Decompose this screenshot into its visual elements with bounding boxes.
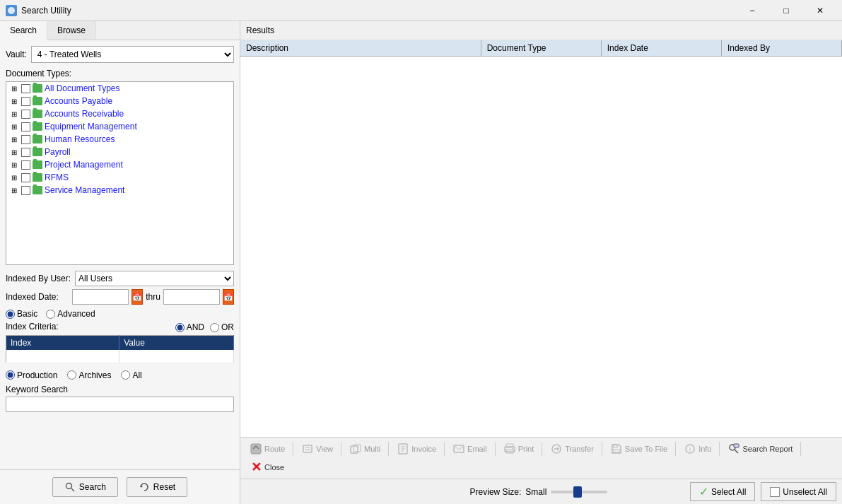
- results-table-container[interactable]: Description Document Type Index Date Ind…: [240, 40, 842, 437]
- col-indexed-by[interactable]: Indexed By: [721, 40, 841, 57]
- sep10: [800, 442, 801, 456]
- minimize-button[interactable]: −: [736, 3, 768, 18]
- col-description[interactable]: Description: [240, 40, 481, 57]
- indexed-by-select[interactable]: All Users: [75, 271, 234, 286]
- checkbox-sm[interactable]: [21, 186, 30, 195]
- and-radio[interactable]: [175, 323, 185, 332]
- folder-ar-icon: [33, 110, 42, 118]
- transfer-button[interactable]: Transfer: [545, 440, 599, 457]
- indexed-date-row: Indexed Date: 📅 thru 📅: [6, 289, 234, 305]
- tree-item-hr[interactable]: ⊞ Human Resources: [6, 133, 233, 146]
- reset-button[interactable]: Reset: [127, 477, 187, 497]
- or-radio[interactable]: [210, 323, 219, 332]
- svg-point-0: [8, 7, 15, 14]
- tree-item-ap[interactable]: ⊞ Accounts Payable: [6, 95, 233, 107]
- thru-label: thru: [146, 292, 160, 302]
- advanced-radio-label[interactable]: Advanced: [46, 309, 95, 319]
- print-button[interactable]: Print: [498, 440, 539, 457]
- expand-rfms-icon[interactable]: ⊞: [9, 172, 19, 182]
- sep6: [542, 442, 542, 456]
- tab-browse[interactable]: Browse: [47, 21, 96, 40]
- preview-size-label: Preview Size:: [470, 487, 522, 497]
- toolbar-strip: Route View Multi Invoice: [240, 437, 842, 479]
- date-from-input[interactable]: [72, 289, 129, 305]
- tree-item-payroll[interactable]: ⊞ Payroll: [6, 146, 233, 158]
- info-icon: i: [684, 443, 696, 455]
- title-bar: Search Utility − □ ✕: [0, 0, 842, 21]
- archives-radio-label[interactable]: Archives: [67, 370, 111, 380]
- unselect-all-button[interactable]: Unselect All: [761, 482, 836, 501]
- date-to-input[interactable]: [163, 289, 220, 305]
- expand-sm-icon[interactable]: ⊞: [9, 185, 19, 195]
- maximize-button[interactable]: □: [770, 3, 802, 18]
- col-index-date[interactable]: Index Date: [601, 40, 721, 57]
- basic-radio[interactable]: [6, 310, 15, 319]
- folder-ap-icon: [33, 97, 42, 105]
- window-controls: − □ ✕: [736, 3, 836, 18]
- checkbox-ap[interactable]: [21, 97, 30, 106]
- info-button[interactable]: i Info: [679, 440, 716, 457]
- panel-content: Vault: 4 - Treated Wells Document Types:…: [0, 40, 240, 469]
- folder-sm-icon: [33, 186, 42, 194]
- tree-item-em[interactable]: ⊞ Equipment Management: [6, 120, 233, 133]
- expand-ar-icon[interactable]: ⊞: [9, 109, 19, 119]
- route-icon: [250, 443, 262, 455]
- checkbox-payroll[interactable]: [21, 148, 30, 157]
- cal-from-button[interactable]: 📅: [131, 289, 143, 305]
- tree-item-rfms[interactable]: ⊞ RFMS: [6, 171, 233, 184]
- archives-radio[interactable]: [67, 370, 76, 380]
- advanced-radio[interactable]: [46, 310, 55, 319]
- checkbox-em[interactable]: [21, 122, 30, 131]
- window-close-button[interactable]: ✕: [804, 3, 836, 18]
- svg-line-2: [71, 488, 74, 491]
- folder-hr-icon: [33, 135, 42, 143]
- search-report-button[interactable]: Search Report: [723, 440, 797, 457]
- tab-search[interactable]: Search: [0, 21, 47, 40]
- and-radio-label[interactable]: AND: [175, 322, 204, 332]
- expand-payroll-icon[interactable]: ⊞: [9, 147, 19, 157]
- checkbox-pm[interactable]: [21, 160, 30, 170]
- col-document-type[interactable]: Document Type: [481, 40, 601, 57]
- tree-item-all[interactable]: ⊞ All Document Types: [6, 82, 233, 95]
- checkbox-all[interactable]: [21, 84, 30, 93]
- save-to-file-button[interactable]: Save To File: [605, 440, 672, 457]
- or-radio-label[interactable]: OR: [210, 322, 234, 332]
- invoice-button[interactable]: Invoice: [392, 440, 441, 457]
- tree-item-pm[interactable]: ⊞ Project Management: [6, 158, 233, 171]
- email-button[interactable]: Email: [448, 440, 492, 457]
- expand-em-icon[interactable]: ⊞: [9, 122, 19, 131]
- tree-item-ar[interactable]: ⊞ Accounts Receivable: [6, 107, 233, 120]
- production-radio-label[interactable]: Production: [6, 370, 57, 380]
- search-button-icon: [64, 481, 76, 493]
- tree-item-sm[interactable]: ⊞ Service Management: [6, 184, 233, 197]
- tab-bar: Search Browse: [0, 21, 240, 40]
- expand-hr-icon[interactable]: ⊞: [9, 134, 19, 144]
- checkbox-hr[interactable]: [21, 135, 30, 144]
- close-button[interactable]: ✕ Close: [245, 459, 289, 476]
- close-icon: ✕: [250, 461, 262, 474]
- view-button[interactable]: View: [296, 440, 338, 457]
- checkbox-rfms[interactable]: [21, 173, 30, 182]
- production-radio[interactable]: [6, 370, 15, 380]
- expand-pm-icon[interactable]: ⊞: [9, 160, 19, 170]
- svg-rect-26: [734, 444, 739, 447]
- all-radio[interactable]: [121, 370, 130, 380]
- select-all-button[interactable]: ✓ Select All: [690, 482, 755, 501]
- multi-button[interactable]: Multi: [344, 440, 385, 457]
- search-button[interactable]: Search: [52, 477, 118, 497]
- checkbox-ar[interactable]: [21, 110, 30, 119]
- keyword-input[interactable]: [6, 397, 234, 412]
- preview-slider-thumb[interactable]: [573, 486, 582, 498]
- all-radio-label[interactable]: All: [121, 370, 141, 380]
- tree-item-hr-label: Human Resources: [45, 134, 115, 144]
- basic-radio-label[interactable]: Basic: [6, 309, 37, 319]
- doc-types-tree[interactable]: ⊞ All Document Types ⊞ Accounts Payable …: [6, 81, 234, 265]
- cal-to-button[interactable]: 📅: [223, 289, 234, 305]
- tree-item-em-label: Equipment Management: [45, 122, 137, 131]
- expand-ap-icon[interactable]: ⊞: [9, 96, 19, 106]
- tree-item-ar-label: Accounts Receivable: [45, 109, 124, 119]
- preview-size-area: Preview Size: Small: [470, 487, 608, 497]
- vault-select[interactable]: 4 - Treated Wells: [31, 46, 234, 63]
- route-button[interactable]: Route: [245, 440, 290, 457]
- expand-all-icon[interactable]: ⊞: [9, 83, 19, 93]
